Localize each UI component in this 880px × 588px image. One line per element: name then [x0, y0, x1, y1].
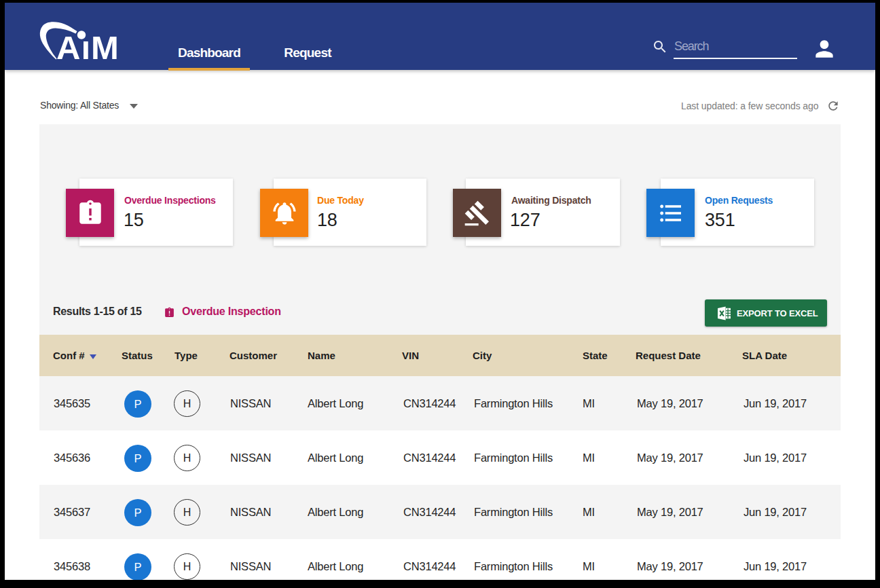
svg-text:AıM: AıM	[56, 29, 120, 65]
